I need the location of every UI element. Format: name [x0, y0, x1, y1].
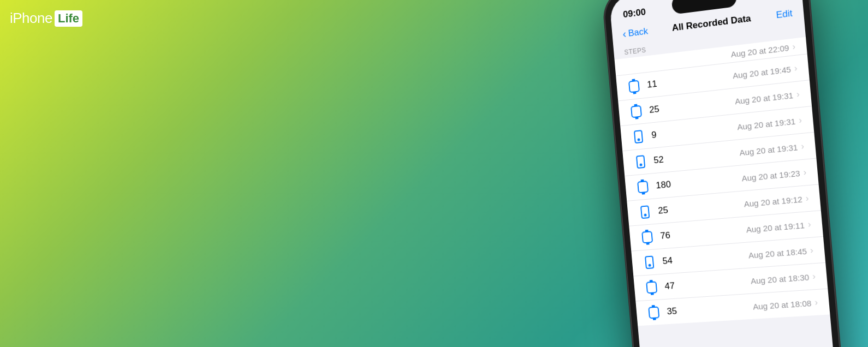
row-chevron-icon: ›: [810, 246, 813, 256]
edit-button[interactable]: Edit: [776, 8, 793, 21]
step-value: 76: [660, 224, 747, 242]
step-value: 47: [664, 276, 751, 292]
timestamp: Aug 20 at 19:11: [746, 220, 805, 235]
partial-chevron-icon: ›: [792, 41, 796, 52]
watch-icon: [646, 305, 661, 320]
list-container: 11Aug 20 at 19:45›25Aug 20 at 19:31›9Aug…: [616, 54, 830, 326]
phone-screen: 09:00 ●●● ▲ ▌ ‹ Back All Recorded Data E…: [609, 0, 837, 347]
status-time: 09:00: [622, 7, 646, 20]
phone-frame: 09:00 ●●● ▲ ▌ ‹ Back All Recorded Data E…: [602, 0, 844, 347]
row-chevron-icon: ›: [801, 141, 805, 152]
row-chevron-icon: ›: [812, 271, 816, 282]
watch-icon: [627, 79, 641, 94]
partial-timestamp: Aug 20 at 22:09: [730, 43, 789, 59]
logo-life-text: Life: [55, 10, 82, 27]
timestamp: Aug 20 at 19:31: [735, 90, 794, 105]
back-label: Back: [628, 26, 649, 39]
status-icons: ●●● ▲ ▌: [756, 0, 789, 2]
timestamp: Aug 20 at 19:12: [744, 194, 802, 208]
timestamp: Aug 20 at 19:23: [741, 168, 800, 183]
signal-icon: ●●●: [756, 0, 770, 2]
back-chevron-icon: ‹: [622, 28, 627, 40]
row-chevron-icon: ›: [807, 219, 811, 230]
phone-icon: [638, 205, 652, 220]
row-chevron-icon: ›: [815, 297, 818, 308]
step-value: 35: [667, 301, 753, 318]
row-chevron-icon: ›: [805, 193, 809, 204]
step-value: 180: [656, 172, 742, 191]
step-value: 25: [649, 95, 736, 116]
timestamp: Aug 20 at 19:31: [739, 142, 798, 157]
phone-wrapper: 09:00 ●●● ▲ ▌ ‹ Back All Recorded Data E…: [602, 0, 844, 347]
timestamp: Aug 20 at 19:31: [737, 116, 796, 131]
row-chevron-icon: ›: [794, 63, 798, 74]
timestamp: Aug 20 at 19:45: [732, 64, 791, 80]
row-chevron-icon: ›: [803, 167, 807, 178]
logo-iphone-text: iPhone: [10, 10, 52, 27]
row-chevron-icon: ›: [798, 115, 802, 125]
phone-icon: [642, 255, 657, 270]
phone-icon: [633, 154, 648, 170]
step-value: 52: [653, 147, 740, 166]
timestamp: Aug 20 at 18:45: [748, 246, 807, 260]
timestamp: Aug 20 at 18:30: [750, 272, 810, 285]
step-value: 25: [658, 198, 745, 216]
logo: iPhone Life: [10, 10, 82, 27]
back-button[interactable]: ‹ Back: [622, 25, 649, 40]
watch-icon: [629, 104, 644, 119]
watch-icon: [640, 230, 655, 244]
watch-icon: [644, 280, 659, 295]
step-value: 9: [651, 121, 738, 141]
row-chevron-icon: ›: [796, 89, 800, 100]
watch-icon: [635, 180, 650, 195]
step-value: 11: [647, 70, 734, 90]
phone-icon: [631, 129, 646, 145]
timestamp: Aug 20 at 18:08: [752, 298, 812, 311]
step-value: 54: [662, 250, 749, 267]
